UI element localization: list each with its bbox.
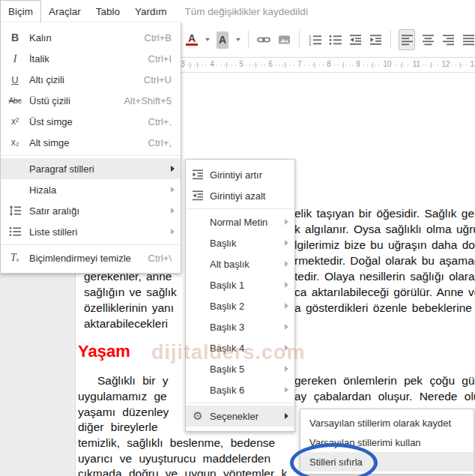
image-icon: [278, 34, 291, 46]
menu-item-increase-indent[interactable]: Girintiyi artır: [186, 164, 294, 185]
increase-indent-icon: [369, 34, 382, 46]
submenu-arrow-icon: [285, 324, 288, 330]
menu-item-label: Seçenekler: [210, 411, 294, 422]
doc-text-line: çıkmada doğru ve uygun yöntemler k: [78, 467, 287, 476]
insert-image-button[interactable]: [276, 30, 291, 49]
align-left-button[interactable]: [399, 29, 415, 50]
menu-item-save-default-styles[interactable]: Varsayılan stillerim olarak kaydet: [300, 413, 474, 433]
menu-item-label: Biçimlendirmeyi temizle: [29, 253, 148, 264]
menu-item-label: Başlık 6: [210, 385, 294, 396]
decrease-indent-button[interactable]: [348, 30, 363, 49]
menu-yardim[interactable]: Yardım: [127, 0, 175, 22]
menu-item-shortcut: Alt+Shift+5: [124, 95, 181, 106]
insert-link-button[interactable]: [256, 30, 271, 49]
menu-item-normal-text[interactable]: Normal Metin: [186, 211, 294, 232]
increase-indent-button[interactable]: [368, 30, 383, 49]
menu-item-line-spacing[interactable]: Satır aralığı: [1, 200, 181, 221]
doc-text-line: Sağlıklı bir y: [97, 374, 168, 388]
menu-item-label: Başlık 1: [210, 280, 294, 291]
menu-item-heading-3[interactable]: Başlık 3: [186, 316, 294, 337]
align-right-icon: [442, 34, 455, 46]
submenu-arrow-icon: [171, 166, 175, 172]
toolbar-separator: [299, 31, 300, 49]
menu-item-label: Liste stilleri: [29, 226, 181, 238]
submenu-arrow-icon: [285, 413, 288, 419]
justify-button[interactable]: [461, 30, 475, 49]
menu-item-label: Normal Metin: [210, 217, 294, 228]
doc-heading: Yaşam: [78, 342, 130, 361]
menu-separator: [1, 244, 181, 245]
doc-text-line: tedir. Olaya nesillerin sağlığı olarak: [294, 270, 475, 283]
submenu-arrow-icon: [285, 261, 288, 267]
menu-item-decrease-indent[interactable]: Girintiyi azalt: [186, 185, 294, 206]
bold-icon: B: [1, 31, 29, 43]
menu-item-label: Başlık 5: [210, 364, 294, 375]
menu-item-label: Paragraf stilleri: [29, 163, 181, 175]
menu-item-underline[interactable]: U Altı çizili Ctrl+U: [1, 69, 181, 90]
menu-item-heading-6[interactable]: Başlık 6: [186, 379, 294, 400]
line-spacing-icon: [1, 205, 29, 217]
submenu-arrow-icon: [171, 208, 175, 214]
menu-item-label: Üst simge: [29, 116, 148, 127]
submenu-arrow-icon: [171, 187, 175, 193]
highlight-ellipse-annotation: [290, 443, 378, 476]
toolbar-separator: [248, 31, 249, 49]
subscript-icon: x₂: [1, 137, 29, 148]
save-status: Tüm değişiklikler kaydedildi: [185, 0, 308, 22]
doc-text-line: elik taşıyan bir öğesidir. Sağlık gene: [294, 207, 475, 220]
increase-indent-icon: [186, 169, 210, 181]
decrease-indent-icon: [349, 34, 362, 46]
doc-text-line: ay çabalardan oluşur. Nerede olu: [294, 390, 475, 403]
menu-item-align[interactable]: Hizala: [1, 179, 181, 200]
numbered-list-button[interactable]: 123: [307, 30, 322, 49]
menu-item-superscript[interactable]: x² Üst simge Ctrl+.: [1, 111, 181, 132]
menu-item-bold[interactable]: B Kalın Ctrl+B: [1, 27, 181, 48]
menu-item-paragraph-styles[interactable]: Paragraf stilleri: [1, 158, 181, 179]
ruler-number: 11: [411, 60, 423, 68]
menu-item-shortcut: Ctrl+U: [144, 74, 181, 85]
doc-text-line: sağlığın ve sağlık: [84, 286, 177, 299]
menu-item-subscript[interactable]: x₂ Alt simge Ctrl+,: [1, 132, 181, 153]
doc-text-line: temizlik, sağlıklı beslenme, bedense: [78, 436, 275, 450]
doc-text-line: gereken önlemlerin pek çoğu gün: [294, 374, 475, 388]
doc-text-line: rmektedir. Doğal olarak bu aşamad: [294, 254, 475, 268]
menu-item-label: Girintiyi azalt: [210, 190, 294, 202]
menu-araclar[interactable]: Araçlar: [41, 0, 88, 22]
doc-text-line: diğer bireylerle: [78, 421, 158, 434]
menu-item-heading-2[interactable]: Başlık 2: [186, 295, 294, 316]
highlight-dropdown-icon[interactable]: [236, 38, 240, 41]
decrease-indent-icon: [186, 190, 210, 202]
menu-tablo[interactable]: Tablo: [88, 0, 127, 22]
menu-item-heading-1[interactable]: Başlık 1: [186, 274, 294, 295]
align-right-button[interactable]: [441, 30, 456, 49]
text-color-button[interactable]: A: [184, 30, 199, 49]
bulleted-list-button[interactable]: [327, 30, 342, 49]
align-center-icon: [422, 34, 435, 46]
menu-item-clear-formatting[interactable]: Tₓ Biçimlendirmeyi temizle Ctrl+\: [1, 247, 181, 268]
menu-item-shortcut: Ctrl+\: [148, 253, 181, 264]
doc-text-line: yaşamı düzenley: [78, 406, 169, 419]
menu-item-list-styles[interactable]: Liste stilleri: [1, 221, 181, 242]
menu-item-label: Varsayılan stillerim olarak kaydet: [309, 418, 474, 429]
text-color-dropdown-icon[interactable]: [205, 38, 210, 41]
menu-item-options[interactable]: ⚙ Seçenekler: [186, 406, 294, 427]
highlight-color-button[interactable]: A: [215, 30, 230, 49]
menu-item-subtitle[interactable]: Alt başlık: [186, 253, 294, 274]
menu-item-italic[interactable]: I İtalik Ctrl+I: [1, 48, 181, 69]
bulleted-list-icon: [329, 34, 342, 46]
align-center-button[interactable]: [420, 30, 435, 49]
submenu-arrow-icon: [285, 387, 288, 393]
menu-item-label: Satır aralığı: [29, 205, 181, 217]
underline-icon: U: [1, 74, 29, 85]
toolbar-separator: [390, 31, 391, 49]
doc-text-line: aktarabilecekleri: [84, 317, 168, 331]
menu-item-title[interactable]: Başlık: [186, 232, 294, 253]
submenu-arrow-icon: [285, 366, 288, 372]
format-menu: B Kalın Ctrl+B I İtalik Ctrl+I U Altı çi…: [0, 22, 181, 274]
menu-item-strikethrough[interactable]: Abc Üstü çizili Alt+Shift+5: [1, 90, 181, 111]
menu-bicim[interactable]: Biçim: [0, 0, 41, 22]
menu-item-label: Girintiyi artır: [210, 169, 294, 181]
superscript-icon: x²: [1, 116, 29, 127]
menu-item-shortcut: Ctrl+I: [148, 53, 181, 64]
doc-text-line: ca aktarılabileceği görülür. Anne ve: [294, 286, 475, 299]
